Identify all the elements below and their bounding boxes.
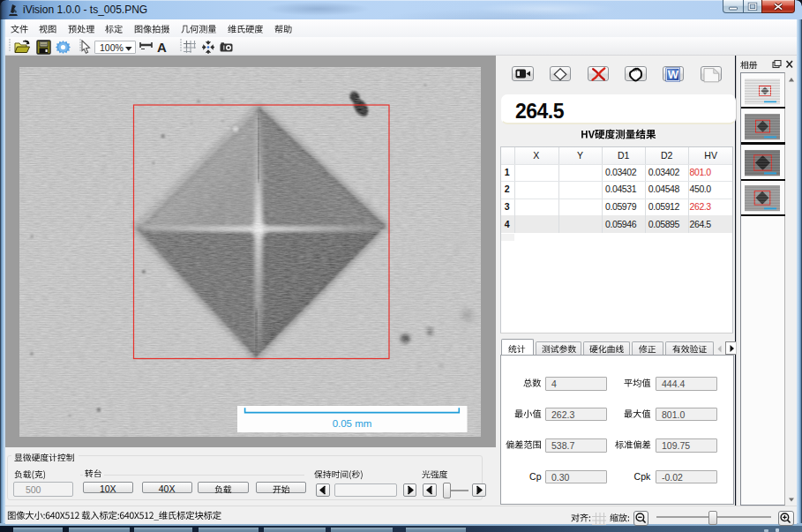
svg-text:0.05 mm: 0.05 mm (333, 418, 372, 429)
svg-text:W: W (668, 70, 678, 82)
